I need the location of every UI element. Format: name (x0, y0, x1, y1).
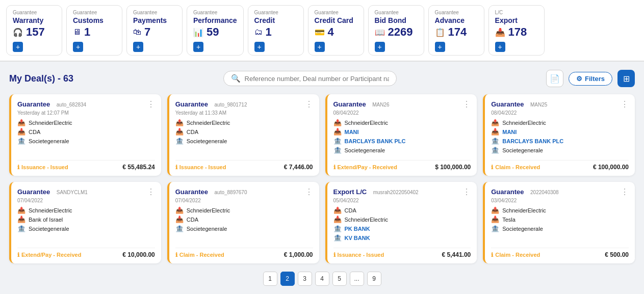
cat-count: 178 (508, 25, 527, 39)
export-button[interactable]: 📄 (546, 70, 563, 87)
cat-add-button[interactable]: + (13, 42, 23, 52)
status-icon: ℹ (17, 164, 19, 171)
deal-more-button[interactable]: ⋮ (147, 99, 155, 109)
category-card-advance: Guarantee Advance 📋 174 + (428, 5, 484, 56)
deal-ref: musrah2022050402 (373, 190, 419, 195)
cat-count: 7 (144, 25, 150, 39)
page-button[interactable]: ... (350, 272, 364, 286)
deal-more-button[interactable]: ⋮ (621, 187, 629, 197)
cat-label: Guarantee (315, 10, 339, 15)
deal-amount: $ 100,000.00 (435, 164, 471, 171)
page-button[interactable]: 2 (280, 272, 295, 286)
deal-status: ℹ Claim - Received (491, 164, 540, 171)
cat-name: Export (495, 16, 518, 24)
cat-name: Advance (435, 16, 465, 24)
cat-label: Guarantee (375, 10, 399, 15)
cat-add-button[interactable]: + (435, 42, 445, 52)
cat-icon: 💳 (315, 28, 325, 37)
beneficiary-icon: 📥 (333, 128, 342, 136)
deal-participants: 📤 SchneiderElectric 📥 MANI 🏦 BARCLAYS BA… (333, 119, 471, 155)
bank1-icon: 🏦 (333, 137, 342, 145)
deal-participants: 📤 CDA 📥 SchneiderElectric 🏦 PK BANK 🏦 KV… (333, 206, 471, 243)
cat-icon: 📊 (193, 28, 203, 37)
applicant-icon: 📤 (17, 206, 25, 214)
status-icon: ℹ (17, 252, 19, 258)
deal-more-button[interactable]: ⋮ (305, 99, 313, 109)
category-card-performance: Guarantee Performance 📊 59 + (187, 5, 244, 56)
page-button[interactable]: 3 (298, 272, 312, 286)
deal-ref: auto_682834 (57, 102, 86, 108)
deal-type: Guarantee (175, 188, 208, 196)
status-icon: ℹ (175, 252, 177, 258)
page-button[interactable]: 1 (263, 272, 277, 286)
cat-add-button[interactable]: + (495, 42, 505, 52)
deal-participant: 📥 MANI (491, 128, 629, 136)
grid-toggle-button[interactable]: ⊞ (617, 70, 635, 87)
bank-icon: 🏦 (175, 137, 184, 145)
bank2-icon: 🏦 (491, 146, 499, 154)
deal-status: ℹ Issuance - Issued (17, 164, 68, 171)
deal-card: Guarantee SANDYCLM1 ⋮ 07/04/2022 📤 Schne… (9, 182, 161, 263)
status-icon: ℹ (333, 252, 336, 258)
deal-more-button[interactable]: ⋮ (621, 99, 629, 109)
deal-participant: 🏦 Societegenerale (17, 137, 155, 145)
bank1-icon: 🏦 (491, 137, 499, 145)
deal-participants: 📤 SchneiderElectric 📥 CDA 🏦 Societegener… (17, 119, 155, 155)
deal-more-button[interactable]: ⋮ (462, 187, 471, 197)
deal-more-button[interactable]: ⋮ (462, 99, 471, 109)
search-icon: 🔍 (231, 74, 241, 83)
beneficiary-icon: 📥 (333, 216, 342, 223)
page-button[interactable]: 5 (332, 272, 347, 286)
cat-add-button[interactable]: + (254, 42, 265, 52)
cat-add-button[interactable]: + (73, 42, 83, 52)
bank-icon: 🏦 (491, 225, 499, 232)
participant-name: Societegenerale (29, 226, 69, 232)
participant-name: KV BANK (345, 235, 370, 241)
deal-participant: 📥 CDA (175, 216, 313, 223)
page-button[interactable]: 9 (367, 272, 381, 286)
cat-add-button[interactable]: + (375, 42, 385, 52)
deal-more-button[interactable]: ⋮ (305, 187, 313, 197)
participant-name: Bank of Israel (29, 217, 63, 223)
deal-participant: 📥 CDA (17, 128, 155, 136)
deal-date: Yesterday at 12:07 PM (17, 110, 155, 116)
deal-participant: 🏦 BARCLAYS BANK PLC (491, 137, 629, 145)
deal-date: 03/04/2022 (491, 198, 629, 203)
category-card-customs: Guarantee Customs 🖥 1 + (66, 5, 122, 56)
cat-add-button[interactable]: + (315, 42, 325, 52)
beneficiary-icon: 📥 (17, 216, 25, 223)
deal-participant: 🏦 Societegenerale (17, 225, 155, 232)
deal-more-button[interactable]: ⋮ (147, 187, 155, 197)
deal-status: ℹ Issuance - Issued (333, 252, 384, 258)
deal-amount: € 100,000.00 (593, 164, 629, 171)
cat-name: Bid Bond (375, 16, 406, 24)
deal-status: ℹ Claim - Received (175, 252, 224, 258)
filters-button[interactable]: ⚙ Filters (569, 72, 612, 86)
deal-card: Export L/C musrah2022050402 ⋮ 05/04/2022… (325, 182, 477, 263)
cat-count: 4 (328, 25, 334, 39)
applicant-icon: 📤 (491, 119, 499, 126)
deal-card: Guarantee MAN25 ⋮ 08/04/2022 📤 Schneider… (483, 94, 635, 176)
cat-name: Payments (133, 16, 167, 24)
category-card-payments: Guarantee Payments 🛍 7 + (126, 5, 183, 56)
deal-participant: 🏦 Societegenerale (175, 225, 313, 232)
bank-icon: 🏦 (17, 137, 25, 145)
applicant-icon: 📤 (17, 119, 25, 126)
cat-add-button[interactable]: + (133, 42, 143, 52)
filter-icon: ⚙ (576, 75, 582, 83)
cat-count: 2269 (388, 25, 413, 39)
deal-participant: 🏦 KV BANK (333, 234, 471, 242)
deal-participant: 📤 SchneiderElectric (17, 206, 155, 214)
page-button[interactable]: 4 (315, 272, 329, 286)
bank-icon: 🏦 (17, 225, 25, 232)
cat-add-button[interactable]: + (193, 42, 203, 52)
deal-participant: 📤 SchneiderElectric (175, 119, 313, 126)
participant-name: CDA (29, 129, 40, 135)
beneficiary-icon: 📥 (491, 216, 499, 223)
participant-name: Societegenerale (187, 226, 227, 232)
deal-participants: 📤 SchneiderElectric 📥 MANI 🏦 BARCLAYS BA… (491, 119, 629, 155)
search-input[interactable] (245, 75, 389, 83)
deal-date: Yesterday at 11:33 AM (175, 110, 313, 116)
participant-name: SchneiderElectric (29, 120, 72, 126)
cat-name: Credit Card (315, 16, 353, 24)
